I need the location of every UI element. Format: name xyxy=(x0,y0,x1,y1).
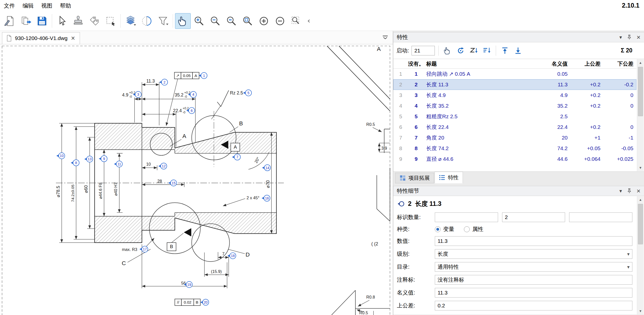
header-lower[interactable]: 下公差 xyxy=(604,60,636,67)
move-top-icon[interactable] xyxy=(500,45,510,56)
balloon-11[interactable]: 11 xyxy=(114,161,122,167)
save-icon[interactable] xyxy=(34,13,50,29)
class-select[interactable]: 长度▾ xyxy=(435,249,632,259)
value-input[interactable] xyxy=(435,236,632,246)
upper-tol-input[interactable] xyxy=(435,301,632,310)
pin-icon[interactable] xyxy=(627,188,632,194)
nominal-input[interactable] xyxy=(435,288,632,298)
table-row[interactable]: 88长度 74.274.2+0.05-0.05 xyxy=(393,143,636,154)
open-document-icon[interactable] xyxy=(18,13,34,29)
radio-attribute[interactable]: 属性 xyxy=(464,225,483,233)
lower-tol-cell: -0.05 xyxy=(604,145,636,151)
run-input[interactable] xyxy=(412,46,435,55)
pan-hand-icon[interactable] xyxy=(175,13,191,29)
balloon-12[interactable]: 12 xyxy=(158,163,167,169)
balloon-2[interactable]: 2 xyxy=(159,79,167,85)
header-nominal[interactable]: 名义值 xyxy=(533,60,571,67)
zoom-out-icon[interactable] xyxy=(207,13,223,29)
id-count-input-1[interactable] xyxy=(435,212,498,222)
balloon-16[interactable]: 16 xyxy=(262,195,270,201)
scroll-up-icon[interactable]: ▲ xyxy=(637,59,644,66)
menu-file[interactable]: 文件 xyxy=(0,2,19,10)
close-icon[interactable]: × xyxy=(71,35,76,42)
panel-dropdown-icon[interactable]: ▾ xyxy=(619,188,622,194)
table-row[interactable]: 55粗糙度Rz 2.52.5 xyxy=(393,111,636,122)
app-version: 2.10.1 xyxy=(622,2,639,9)
zoom-selection-icon[interactable] xyxy=(288,13,304,29)
decrease-icon[interactable] xyxy=(272,13,288,29)
select-region-icon[interactable] xyxy=(103,13,118,29)
panel-close-icon[interactable]: × xyxy=(637,33,640,41)
table-row[interactable]: 99直径 ⌀ 44.644.6+0.064+0.025 xyxy=(393,154,636,164)
refresh-icon[interactable] xyxy=(455,45,466,56)
tab-properties[interactable]: 特性 xyxy=(435,172,463,183)
zoom-window-icon[interactable] xyxy=(240,13,255,29)
table-row[interactable]: 66长度 22.422.4+0.20 xyxy=(393,122,636,132)
sort-z-icon[interactable] xyxy=(468,45,479,56)
table-row[interactable]: 22长度 11.311.3+0.2-0.2 xyxy=(393,79,636,90)
dimension-label: 2 x 45° xyxy=(247,195,260,200)
table-row[interactable]: 11径向跳动 ↗ 0.05 A0.05 xyxy=(393,69,636,79)
increase-icon[interactable] xyxy=(256,13,272,29)
balloon-1[interactable]: 1 xyxy=(199,72,207,78)
tab-project-expansion[interactable]: 项目拓展 xyxy=(395,173,434,183)
balloon-10[interactable]: 10 xyxy=(56,153,65,159)
table-row[interactable]: 33长度 4.94.9+0.20 xyxy=(393,90,636,101)
balloon-20[interactable]: 20 xyxy=(200,299,209,305)
note-input[interactable] xyxy=(435,275,632,285)
dimension-label: 10 xyxy=(146,162,151,166)
table-row[interactable]: 44长度 35.235.2+0.20 xyxy=(393,101,636,111)
scroll-down-icon[interactable]: ▼ xyxy=(637,164,644,171)
pointer-icon[interactable] xyxy=(54,13,70,29)
zoom-in-icon[interactable] xyxy=(191,13,207,29)
balloon-17[interactable]: 17 xyxy=(139,246,148,252)
panel-dropdown-icon[interactable]: ▾ xyxy=(619,34,622,40)
balloon-13[interactable]: 13 xyxy=(84,156,93,162)
dimension-label: ⌀40 H7 xyxy=(113,182,118,196)
table-scrollbar[interactable]: ▲ ▼ xyxy=(637,59,644,171)
detail-item-no: 2 xyxy=(408,200,412,207)
drawing-canvas[interactable]: 11.34.9+0.2-035.2+0.2-0Rz 2.522.4+0.2-0B… xyxy=(0,44,393,315)
tags-icon[interactable] xyxy=(87,13,102,29)
tab-list-icon[interactable] xyxy=(382,34,389,42)
detail-scrollbar[interactable]: ▲ ▼ xyxy=(637,196,644,314)
id-count-input-3[interactable] xyxy=(569,212,632,222)
hand-tool-icon[interactable] xyxy=(442,45,453,56)
main-toolbar xyxy=(0,11,644,31)
table-row[interactable]: 77角度 2020+1-1 xyxy=(393,132,636,143)
header-title[interactable]: 标题 xyxy=(424,60,533,67)
move-bottom-icon[interactable] xyxy=(513,45,523,56)
pin-icon[interactable] xyxy=(627,34,632,40)
sort-list-icon[interactable] xyxy=(482,45,492,56)
menu-view[interactable]: 视图 xyxy=(37,2,56,10)
balloon-8[interactable]: 8 xyxy=(71,160,79,166)
id-count-input-2[interactable] xyxy=(502,212,565,222)
header-upper[interactable]: 上公差 xyxy=(571,60,604,67)
balloon-14[interactable]: 14 xyxy=(262,165,270,171)
scroll-up-icon[interactable]: ▲ xyxy=(637,196,644,203)
new-document-icon[interactable] xyxy=(2,13,17,29)
balloon-15[interactable]: 15 xyxy=(168,180,177,186)
upper-tol-cell: +0.2 xyxy=(571,103,604,109)
scroll-down-icon[interactable]: ▼ xyxy=(637,308,644,314)
radio-variable[interactable]: 变量 xyxy=(435,225,454,233)
upper-tol-cell: +0.05 xyxy=(571,145,604,151)
balloon-9[interactable]: 9 xyxy=(99,155,107,162)
svg-text:7: 7 xyxy=(236,155,238,159)
balloon-5[interactable]: 5 xyxy=(243,90,251,96)
stamp-icon[interactable] xyxy=(70,13,86,29)
toolbar-collapse-icon[interactable] xyxy=(305,13,313,29)
document-tab[interactable]: 930-1200-406-V1.dwg × xyxy=(2,32,80,44)
header-no[interactable]: 没有。 xyxy=(408,60,424,67)
menu-help[interactable]: 帮助 xyxy=(56,2,75,10)
arc-view-icon[interactable] xyxy=(139,13,155,29)
menu-edit[interactable]: 编辑 xyxy=(19,2,37,10)
balloon-7[interactable]: 7 xyxy=(232,154,240,160)
zoom-extents-icon[interactable] xyxy=(224,13,239,29)
panel-close-icon[interactable]: × xyxy=(637,187,640,195)
filter-icon[interactable] xyxy=(155,13,171,29)
balloon-no: 5 xyxy=(408,113,424,120)
layers-icon[interactable] xyxy=(123,13,138,29)
svg-text:12: 12 xyxy=(162,164,166,168)
catalog-select[interactable]: 通用特性▾ xyxy=(435,262,632,272)
